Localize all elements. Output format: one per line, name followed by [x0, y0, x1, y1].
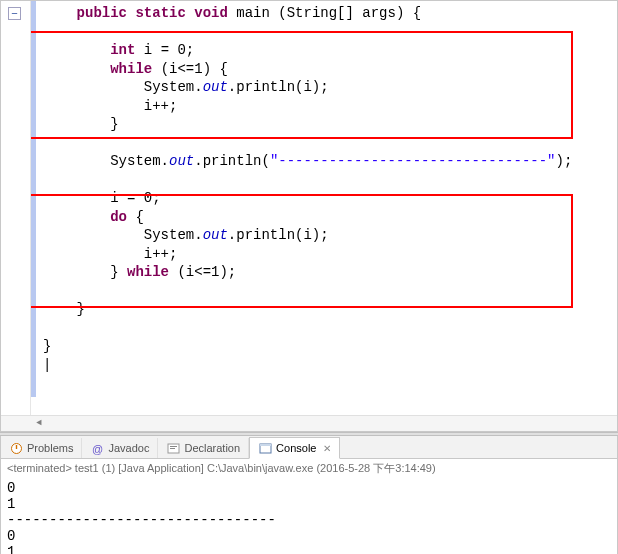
indent: System.: [43, 79, 203, 95]
code-fragment: );: [556, 153, 573, 169]
indent: [43, 209, 110, 225]
indent: System.: [43, 227, 203, 243]
keyword-int: int: [110, 42, 135, 58]
code-line: i++;: [43, 98, 177, 114]
svg-text:@: @: [92, 443, 103, 455]
tab-javadoc[interactable]: @ Javadoc: [82, 438, 158, 458]
code-fragment: i = 0;: [135, 42, 194, 58]
tab-label: Javadoc: [108, 442, 149, 454]
keyword-static: static: [135, 5, 185, 21]
code-fragment: .println(i);: [228, 79, 329, 95]
tab-console[interactable]: Console ✕: [249, 437, 340, 459]
svg-rect-3: [170, 446, 177, 447]
indent: [43, 42, 110, 58]
indent: [43, 5, 77, 21]
fold-toggle-icon[interactable]: −: [8, 7, 21, 20]
close-icon[interactable]: ✕: [323, 443, 331, 454]
indent: [43, 61, 110, 77]
scroll-left-arrow-icon[interactable]: ◄: [31, 415, 47, 431]
console-output[interactable]: 0 1 -------------------------------- 0 1: [1, 478, 617, 554]
code-fragment: (i<=1) {: [152, 61, 228, 77]
editor-gutter: −: [1, 1, 31, 431]
code-text[interactable]: public static void main (String[] args) …: [43, 1, 572, 374]
keyword-public: public: [77, 5, 127, 21]
code-fragment: (i<=1);: [169, 264, 236, 280]
indent: System.: [43, 153, 169, 169]
change-marker: [31, 1, 36, 397]
text-cursor: |: [43, 357, 51, 373]
tab-label: Console: [276, 442, 316, 454]
field-out: out: [203, 227, 228, 243]
console-icon: [258, 441, 272, 455]
tab-label: Problems: [27, 442, 73, 454]
code-area[interactable]: public static void main (String[] args) …: [31, 1, 617, 415]
keyword-while: while: [110, 61, 152, 77]
code-editor[interactable]: − public static void main (String[] args…: [0, 0, 618, 432]
keyword-void: void: [194, 5, 228, 21]
method-sig: main (String[] args) {: [228, 5, 421, 21]
horizontal-scrollbar[interactable]: ◄: [1, 415, 617, 431]
string-literal: "--------------------------------": [270, 153, 556, 169]
code-line: i++;: [43, 246, 177, 262]
code-line: }: [43, 301, 85, 317]
declaration-icon: [166, 441, 180, 455]
problems-icon: [9, 441, 23, 455]
javadoc-icon: @: [90, 441, 104, 455]
code-line: }: [43, 338, 51, 354]
tab-declaration[interactable]: Declaration: [158, 438, 249, 458]
tab-label: Declaration: [184, 442, 240, 454]
code-fragment: .println(i);: [228, 227, 329, 243]
keyword-do: do: [110, 209, 127, 225]
code-fragment: .println(: [194, 153, 270, 169]
views-panel: Problems @ Javadoc Declaration Console ✕…: [0, 436, 618, 554]
svg-rect-4: [170, 448, 175, 449]
code-fragment: {: [127, 209, 144, 225]
views-tabbar: Problems @ Javadoc Declaration Console ✕: [1, 436, 617, 459]
code-line: i = 0;: [43, 190, 161, 206]
console-status: <terminated> test1 (1) [Java Application…: [1, 459, 617, 478]
tab-problems[interactable]: Problems: [1, 438, 82, 458]
indent: }: [43, 264, 127, 280]
keyword-while: while: [127, 264, 169, 280]
field-out: out: [203, 79, 228, 95]
code-line: }: [43, 116, 119, 132]
svg-rect-6: [260, 444, 271, 446]
field-out: out: [169, 153, 194, 169]
